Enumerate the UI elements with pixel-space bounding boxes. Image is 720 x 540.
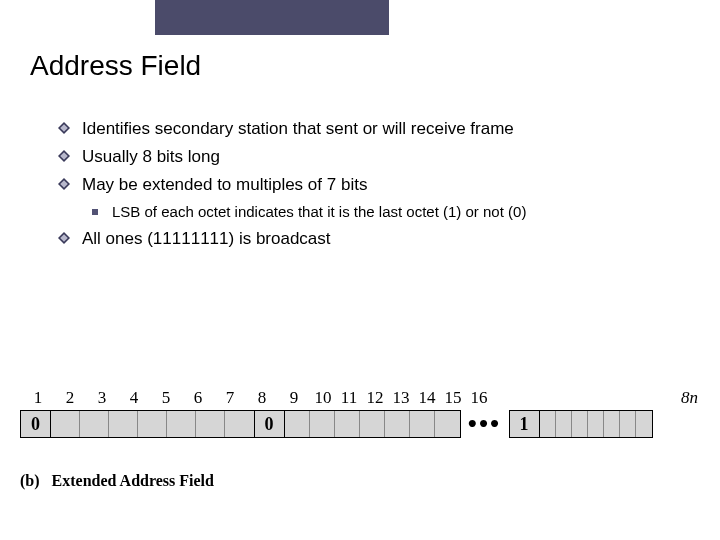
diamond-bullet-icon bbox=[58, 178, 70, 190]
bit-cells bbox=[540, 411, 652, 437]
slide-title: Address Field bbox=[30, 50, 201, 82]
bit-number: 15 bbox=[440, 388, 466, 408]
bit-cell bbox=[435, 411, 460, 437]
square-bullet-icon bbox=[92, 209, 98, 215]
bit-number: 6 bbox=[182, 388, 214, 408]
bit-cell bbox=[80, 411, 109, 437]
bullet-item: May be extended to multiples of 7 bits bbox=[58, 174, 690, 197]
bit-number: 10 bbox=[310, 388, 336, 408]
lsb-cell: 0 bbox=[21, 411, 51, 437]
bit-number: 9 bbox=[278, 388, 310, 408]
bullet-text: Usually 8 bits long bbox=[82, 146, 220, 169]
bit-number: 13 bbox=[388, 388, 414, 408]
bit-number: 16 bbox=[466, 388, 492, 408]
bit-cell bbox=[385, 411, 410, 437]
bit-cell bbox=[51, 411, 80, 437]
bit-cell bbox=[636, 411, 652, 437]
bit-number: 1 bbox=[22, 388, 54, 408]
bit-cell bbox=[572, 411, 588, 437]
bit-number: 7 bbox=[214, 388, 246, 408]
caption-prefix: (b) bbox=[20, 472, 40, 489]
content-area: Identifies secondary station that sent o… bbox=[58, 118, 690, 256]
bit-number: 12 bbox=[362, 388, 388, 408]
bit-cell bbox=[285, 411, 310, 437]
bit-number: 5 bbox=[150, 388, 182, 408]
bullet-text: All ones (11111111) is broadcast bbox=[82, 228, 331, 251]
bit-cell bbox=[196, 411, 225, 437]
bit-cell bbox=[310, 411, 335, 437]
octet-last: 1 bbox=[509, 410, 653, 438]
bit-cell bbox=[540, 411, 556, 437]
bit-cell bbox=[588, 411, 604, 437]
bit-number-row: 1 2 3 4 5 6 7 8 9 10 11 12 13 14 15 16 8… bbox=[22, 388, 702, 408]
bullet-text: May be extended to multiples of 7 bits bbox=[82, 174, 367, 197]
bit-cell bbox=[556, 411, 572, 437]
bit-number: 2 bbox=[54, 388, 86, 408]
ellipsis-icon: ••• bbox=[461, 410, 509, 438]
bit-cell bbox=[167, 411, 196, 437]
caption-text: Extended Address Field bbox=[52, 472, 214, 489]
bit-number: 3 bbox=[86, 388, 118, 408]
bit-number: 11 bbox=[336, 388, 362, 408]
bullet-item: Usually 8 bits long bbox=[58, 146, 690, 169]
bullet-item: All ones (11111111) is broadcast bbox=[58, 228, 690, 251]
bit-cell bbox=[620, 411, 636, 437]
bit-cell bbox=[138, 411, 167, 437]
bit-cell bbox=[604, 411, 620, 437]
bit-cells bbox=[285, 411, 460, 437]
octet-boxes-row: 0 0 ••• 1 bbox=[20, 410, 702, 438]
bit-number: 8 bbox=[246, 388, 278, 408]
diamond-bullet-icon bbox=[58, 232, 70, 244]
bit-cell bbox=[225, 411, 254, 437]
bit-cells bbox=[51, 411, 254, 437]
sub-bullet-item: LSB of each octet indicates that it is t… bbox=[92, 202, 690, 222]
lsb-cell: 1 bbox=[510, 411, 540, 437]
bit-cell bbox=[335, 411, 360, 437]
bit-number-end: 8n bbox=[681, 388, 702, 408]
bit-cell bbox=[360, 411, 385, 437]
header-accent-bar bbox=[155, 0, 389, 35]
octet-2: 0 bbox=[254, 410, 461, 438]
bit-number: 14 bbox=[414, 388, 440, 408]
address-diagram: 1 2 3 4 5 6 7 8 9 10 11 12 13 14 15 16 8… bbox=[20, 388, 702, 438]
bullet-text: Identifies secondary station that sent o… bbox=[82, 118, 514, 141]
bit-number: 4 bbox=[118, 388, 150, 408]
lsb-cell: 0 bbox=[255, 411, 285, 437]
diamond-bullet-icon bbox=[58, 122, 70, 134]
bit-cell bbox=[109, 411, 138, 437]
octet-1: 0 bbox=[20, 410, 255, 438]
figure-caption: (b) Extended Address Field bbox=[20, 472, 214, 490]
bit-cell bbox=[410, 411, 435, 437]
diamond-bullet-icon bbox=[58, 150, 70, 162]
bullet-item: Identifies secondary station that sent o… bbox=[58, 118, 690, 141]
sub-bullet-text: LSB of each octet indicates that it is t… bbox=[112, 202, 526, 222]
